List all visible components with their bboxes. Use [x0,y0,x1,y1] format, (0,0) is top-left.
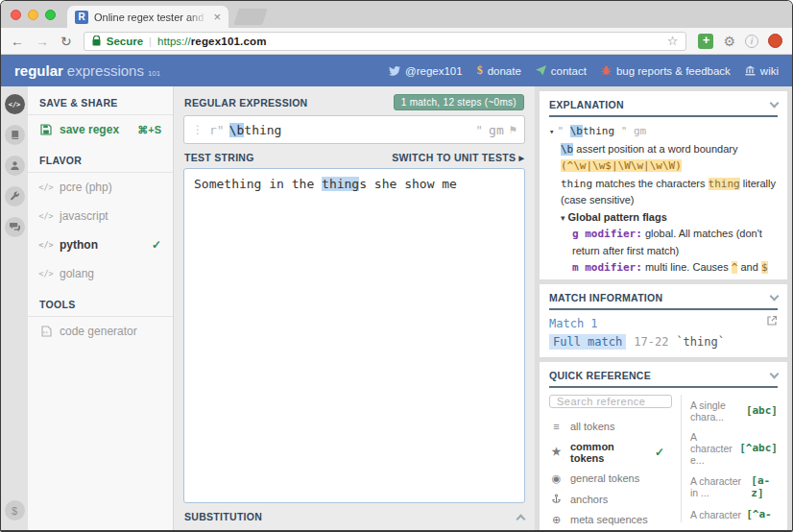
header-link-twitter[interactable]: @regex101 [389,65,463,77]
feedback-rail-button[interactable] [5,217,25,237]
lock-icon [92,36,101,46]
sidebar-rail: </> $ [1,86,28,530]
explanation-boundary-line: \b assert position at a word boundary (^… [549,141,778,175]
match-info-heading: MATCH INFORMATION [549,292,662,303]
list-icon: ≡ [549,421,564,432]
quick-reference-body: ≡ all tokens ★ common tokens ✓ ◉ general… [549,395,778,522]
info-extension-icon[interactable]: i [745,35,758,48]
save-regex-button[interactable]: save regex ⌘+S [28,115,173,144]
address-bar[interactable]: Secure | https://regex101.com ☆ [84,32,687,51]
reference-entry[interactable]: A single chara... [abc] [690,395,778,426]
save-share-heading: SAVE & SHARE [28,86,173,115]
category-label: general tokens [570,472,639,484]
search-input[interactable] [549,395,672,408]
export-icon[interactable] [766,315,778,326]
entry-token: [abc] [746,404,778,417]
crosshair-icon: ⊕ [549,514,564,526]
code-bracket-icon: </> [39,211,53,221]
code-generator-item[interactable]: code generator [28,317,173,346]
wrench-icon [10,191,20,202]
chevron-down-icon[interactable] [770,99,780,109]
explanation-g-modifier: g modifier: global. All matches (don't r… [549,226,778,258]
regex-input[interactable]: ⋮ r" \b thing " gm ⚑ [183,115,525,144]
reload-icon[interactable]: ↻ [60,35,72,48]
collapse-triangle-icon[interactable]: ▾ [561,213,565,223]
regex-flags-area: " gm ⚑ [475,123,517,137]
regex-close-delimiter: " [475,123,483,137]
settings-rail-button[interactable] [5,186,25,206]
right-panel: EXPLANATION ▾" \bthing " gm \b assert po… [535,86,792,530]
reference-entry[interactable]: A character e... [^abc] [690,426,778,470]
substitution-section-header: SUBSTITUTION [183,503,525,530]
category-label: all tokens [570,421,614,432]
test-string-heading: TEST STRING [184,152,254,163]
flavor-item-python[interactable]: </> python ✓ [28,230,173,259]
sponsor-rail-button[interactable]: $ [5,500,25,520]
chevron-up-icon[interactable] [517,514,526,523]
flavor-item-golang[interactable]: </> golang [28,259,173,288]
regex-heading: REGULAR EXPRESSION [184,97,308,109]
switch-unit-tests-link[interactable]: SWITCH TO UNIT TESTS ▸ [392,152,524,163]
category-all-tokens[interactable]: ≡ all tokens [549,416,672,436]
flavor-item-javascript[interactable]: </> javascript [28,202,173,230]
close-window-button[interactable] [11,10,21,20]
add-extension-icon[interactable]: + [698,34,713,49]
tab-title: Online regex tester and debug [94,12,207,23]
anchor-icon [549,494,564,504]
bug-icon [601,65,612,76]
code-generator-label: code generator [60,325,137,338]
flavor-item-pcre[interactable]: </> pcre (php) [28,173,173,202]
regex-flags[interactable]: gm [489,123,504,137]
maximize-window-button[interactable] [45,10,56,20]
adblock-extension-icon[interactable] [768,34,782,48]
category-anchors[interactable]: anchors [549,489,672,509]
match-info-header: MATCH INFORMATION [549,292,778,310]
header-link-label: @regex101 [405,65,463,77]
explanation-body: ▾" \bthing " gm \b assert position at a … [549,124,778,279]
flag-icon[interactable]: ⚑ [510,123,517,136]
header-link-contact[interactable]: contact [536,65,587,77]
regex-open-delimiter: r" [209,123,225,137]
collapse-triangle-icon[interactable]: ▾ [549,127,554,136]
flavor-label: python [60,238,98,252]
chevron-down-icon[interactable] [770,292,780,302]
header-link-wiki[interactable]: wiki [745,65,779,77]
regex-editor-rail-button[interactable]: </> [5,94,25,114]
bookmark-star-icon[interactable]: ☆ [667,34,679,48]
drag-handle-icon[interactable]: ⋮ [192,123,204,136]
header-link-donate[interactable]: $ donate [477,63,521,78]
site-logo[interactable]: regular expressions 101 [14,62,160,79]
match-stats-badge: 1 match, 12 steps (~0ms) [394,94,524,110]
test-text-before: Something in the [194,177,322,191]
test-string-section-header: TEST STRING SWITCH TO UNIT TESTS ▸ [183,144,525,168]
browser-tab[interactable]: R Online regex tester and debug × [67,6,228,28]
tab-strip: R Online regex tester and debug × [1,1,792,28]
gear-extension-icon[interactable]: ⚙ [723,35,735,48]
entry-label: A character in ... [690,475,751,498]
header-link-bugs[interactable]: bug reports & feedback [601,65,731,77]
chevron-down-icon[interactable] [770,370,780,379]
reference-entry[interactable]: A character in ... [a-z] [690,470,778,503]
header-link-label: donate [488,65,521,77]
category-meta-sequences[interactable]: ⊕ meta sequences [549,509,672,530]
quick-reference-entries: A single chara... [abc] A character e...… [681,395,778,522]
minimize-window-button[interactable] [28,10,38,20]
back-icon[interactable]: ← [11,35,24,48]
secure-label: Secure [107,36,143,47]
reference-entry[interactable]: A character n... [^a-z] [690,503,778,522]
forward-icon[interactable]: → [36,35,49,48]
library-rail-button[interactable] [5,125,25,145]
quick-reference-categories: ≡ all tokens ★ common tokens ✓ ◉ general… [549,395,672,522]
regex-token-boundary: \b [229,123,245,137]
category-common-tokens[interactable]: ★ common tokens ✓ [549,436,672,468]
account-rail-button[interactable] [5,156,25,176]
new-tab-button[interactable] [233,9,268,25]
category-general-tokens[interactable]: ◉ general tokens [549,468,672,489]
test-string-input[interactable]: Something in the things she show me [183,168,525,503]
tab-close-icon[interactable]: × [213,11,221,23]
category-label: meta sequences [570,514,648,525]
site-favicon: R [75,11,88,24]
check-icon: ✓ [152,238,161,252]
tools-heading: TOOLS [28,288,173,317]
entry-token: [a-z] [751,474,778,499]
